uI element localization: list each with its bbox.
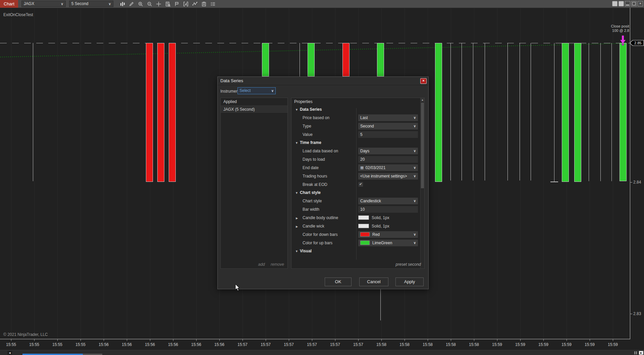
workspace-square-icon[interactable]: [612, 1, 618, 6]
candle-down[interactable]: [146, 43, 153, 182]
svg-text:2.85: 2.85: [634, 41, 641, 45]
candle-up[interactable]: [435, 43, 442, 182]
candle-up[interactable]: [574, 43, 581, 182]
scrollbar-range-gray[interactable]: [83, 354, 102, 355]
candle-up[interactable]: [308, 43, 315, 77]
zoom-in-icon[interactable]: [136, 0, 145, 8]
time-axis-tick: [590, 339, 590, 341]
scroll-up-arrow-icon[interactable]: ▲: [421, 98, 424, 102]
property-label: Bar width: [291, 207, 356, 212]
time-axis-tick: [451, 339, 451, 341]
checkbox-break-at-eod[interactable]: ✔: [358, 182, 363, 187]
remove-link[interactable]: remove: [271, 262, 284, 267]
scroll-left-arrow-icon[interactable]: ◀: [7, 351, 12, 355]
section-title: Time frame: [300, 140, 321, 145]
dialog-instrument-select[interactable]: Select ∨: [237, 87, 276, 94]
line-style-value[interactable]: Solid, 1px: [358, 224, 389, 229]
section-collapse-icon[interactable]: ▼: [295, 106, 300, 114]
close-position-arrow-icon: [620, 40, 626, 44]
expand-icon[interactable]: ▶: [296, 217, 303, 220]
property-dropdown-chart-style[interactable]: Candlestick∨: [358, 198, 418, 204]
section-collapse-icon[interactable]: ▼: [295, 189, 300, 197]
property-dropdown-price-based-on[interactable]: Last∨: [358, 114, 418, 121]
crosshair-icon[interactable]: [154, 0, 163, 8]
data-series-dialog: Data Series × Instrument Select ∨ Applie…: [217, 77, 429, 289]
time-axis-label: 15:57: [261, 342, 271, 347]
property-input-value[interactable]: 5: [358, 131, 418, 138]
candle-up[interactable]: [620, 43, 627, 181]
time-axis-label: 15:56: [168, 342, 178, 347]
property-input-bar-width[interactable]: 10: [358, 206, 418, 213]
property-label: Price based on: [291, 115, 356, 120]
time-axis-tick: [11, 339, 11, 341]
flag-icon[interactable]: [172, 0, 181, 8]
property-section-time-frame[interactable]: ▼Time frame: [291, 139, 420, 147]
scrollbar-grip-icon[interactable]: [633, 351, 638, 355]
chevron-down-icon: ∨: [61, 1, 63, 7]
chart-menu-tab[interactable]: Chart: [0, 0, 18, 8]
line-style-value[interactable]: Solid, 1px: [358, 215, 389, 220]
property-dropdown-trading-hours[interactable]: <Use instrument settings>∨: [358, 173, 418, 180]
time-axis-label: 15:59: [585, 342, 595, 347]
applied-header: Applied: [221, 98, 287, 105]
candle-up[interactable]: [562, 43, 569, 182]
property-dropdown-type[interactable]: Second∨: [358, 123, 418, 130]
apply-button[interactable]: Apply: [395, 277, 424, 286]
time-axis-label: 15:57: [353, 342, 363, 347]
time-axis-line: [0, 339, 630, 339]
candle-wick: [611, 43, 612, 181]
pencil-icon[interactable]: [127, 0, 136, 8]
candle-wick: [473, 43, 473, 181]
horizontal-scrollbar[interactable]: ◀ ▶: [0, 350, 644, 355]
time-axis-tick: [335, 339, 335, 341]
maximize-icon[interactable]: [631, 1, 637, 6]
property-label: Color for up bars: [291, 241, 356, 245]
candle-up[interactable]: [262, 43, 269, 77]
candlestick-chart-icon[interactable]: [118, 0, 127, 8]
candle-down[interactable]: [157, 43, 164, 182]
cancel-button[interactable]: Cancel: [359, 277, 388, 286]
property-row: End date▦02/03/2021∨: [291, 163, 420, 172]
candle-wick: [300, 43, 300, 77]
close-icon[interactable]: ×: [638, 1, 643, 6]
candle-down[interactable]: [342, 43, 350, 77]
property-dropdown-color-for-up-bars[interactable]: LimeGreen∨: [358, 240, 418, 246]
drawing-tools-icon[interactable]: [191, 0, 200, 8]
section-collapse-icon[interactable]: ▼: [295, 247, 300, 255]
zoom-out-icon[interactable]: [145, 0, 154, 8]
candle-up[interactable]: [377, 43, 384, 77]
instrument-selector[interactable]: JAGX ∨: [21, 1, 66, 7]
expand-icon[interactable]: ▶: [296, 225, 303, 228]
add-link[interactable]: add: [258, 262, 265, 267]
property-input-days-to-load[interactable]: 20: [358, 156, 418, 163]
workspace-square-icon[interactable]: [619, 1, 624, 6]
property-section-data-series[interactable]: ▼Data Series: [291, 105, 420, 113]
interval-selector[interactable]: 5 Second ∨: [69, 1, 113, 7]
property-section-visual[interactable]: ▼Visual: [291, 247, 420, 255]
strategy-icon[interactable]: [200, 0, 209, 8]
dialog-title[interactable]: Data Series: [218, 77, 428, 85]
property-dropdown-end-date[interactable]: ▦02/03/2021∨: [358, 164, 418, 171]
line-style-text: Solid, 1px: [372, 215, 389, 220]
properties-scrollbar[interactable]: ▲: [420, 98, 424, 268]
close-icon[interactable]: ×: [420, 78, 427, 84]
ok-button[interactable]: OK: [325, 277, 352, 286]
scrollbar-range-blue[interactable]: [22, 354, 83, 355]
property-dropdown-load-data-based-on[interactable]: Days∨: [358, 148, 418, 154]
properties-icon[interactable]: [209, 0, 218, 8]
indicators-icon[interactable]: [181, 0, 191, 8]
dropdown-value: ▦02/03/2021: [360, 165, 385, 170]
property-label: Type: [291, 124, 356, 129]
chevron-down-icon: ∨: [271, 88, 274, 94]
section-collapse-icon[interactable]: ▼: [295, 139, 300, 147]
scroll-right-arrow-icon[interactable]: ▶: [639, 351, 643, 355]
property-section-chart-style[interactable]: ▼Chart style: [291, 189, 420, 197]
minimize-icon[interactable]: [625, 1, 630, 6]
data-box-icon[interactable]: [163, 0, 172, 8]
candle-down[interactable]: [169, 43, 176, 182]
property-dropdown-color-for-down-bars[interactable]: Red∨: [358, 231, 418, 238]
applied-item[interactable]: JAGX (5 Second): [221, 105, 287, 113]
time-axis-tick: [196, 339, 197, 341]
toolbar-icons: [118, 0, 218, 8]
scrollbar-thumb[interactable]: [421, 103, 424, 188]
